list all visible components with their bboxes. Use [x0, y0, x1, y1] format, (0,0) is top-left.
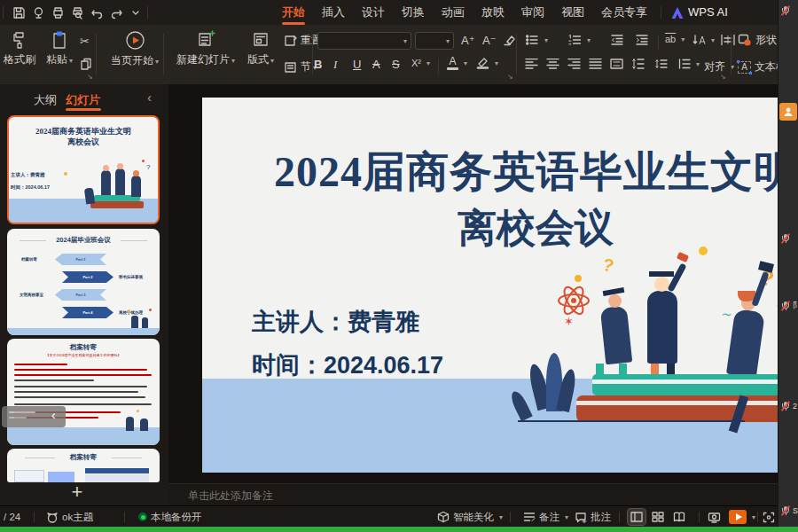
shapes-button[interactable]: 形状▾ [736, 32, 784, 49]
notes-bar[interactable]: 单击此处添加备注 [168, 483, 778, 506]
cut-button[interactable]: ✂ [78, 34, 91, 49]
print-button[interactable] [50, 4, 66, 20]
normal-view-button[interactable] [628, 509, 645, 525]
books-illustration [592, 374, 778, 395]
graduate-cap [758, 261, 774, 273]
play-from-current-button[interactable]: 当页开始▾ [103, 28, 167, 70]
theme-button[interactable]: ok主题 [46, 506, 93, 528]
slide-time-text[interactable]: 时间：2024.06.17 [252, 349, 443, 381]
reading-view-button[interactable] [670, 509, 688, 525]
layout-button[interactable]: 版式▾ [238, 28, 284, 69]
participant-avatar-tile[interactable] [779, 103, 797, 121]
tab-view[interactable]: 视图 [561, 0, 584, 25]
indent-icon [635, 34, 649, 46]
tab-transition[interactable]: 切换 [402, 0, 425, 25]
print-preview-button[interactable] [69, 4, 85, 20]
tab-animation[interactable]: 动画 [442, 0, 465, 25]
numbered-list-button[interactable]: ▾ [566, 33, 592, 47]
char-strike-button[interactable]: A [371, 57, 382, 72]
slide-title-line2[interactable]: 离校会议 [202, 202, 778, 254]
text-direction-button[interactable]: ab▾ [663, 33, 686, 45]
justify-button[interactable] [587, 58, 604, 70]
distribute-button[interactable] [608, 58, 625, 70]
slide-speaker-text[interactable]: 主讲人：费青雅 [252, 306, 419, 338]
tab-home[interactable]: 开始 [282, 0, 305, 25]
slide-editor[interactable]: 2024届商务英语毕业生文明 离校会议 主讲人：费青雅 时间：2024.06.1… [202, 98, 778, 473]
slide-thumbnail-3[interactable]: 档案转寄 【关于2024届毕业生档案信息转递工作的通知】 [7, 339, 160, 445]
strikethrough-button[interactable]: S [390, 57, 402, 72]
play-slideshow-button[interactable]: ▾ [729, 506, 755, 528]
tab-outline[interactable]: 大纲 [34, 92, 57, 108]
tab-slides[interactable]: 幻灯片 [66, 92, 100, 108]
meeting-participant-strip[interactable]: 阝 2 S [778, 0, 798, 527]
align-left-button[interactable] [523, 58, 540, 70]
line-spacing-menu-button[interactable]: ▾ [676, 58, 701, 70]
slide-thumbnail-2[interactable]: 2024届毕业班会议 Part 1 档案转寄 Part 2 图书归还事项 Par… [7, 229, 160, 335]
graduate-figure [600, 306, 633, 365]
paragraph-group-expander[interactable]: ↘ [720, 73, 726, 81]
bold-button[interactable]: B [312, 57, 324, 72]
participant-row: 2 [780, 401, 798, 411]
backup-status[interactable]: 本地备份开 [138, 506, 202, 528]
font-color-button[interactable]: A ▾ [445, 55, 469, 71]
italic-button[interactable]: I [332, 57, 339, 73]
add-slide-button[interactable]: + [64, 481, 90, 505]
focus-icon [763, 512, 775, 523]
tooltip-mark [9, 417, 27, 419]
notes-button[interactable]: 备注▾ [523, 506, 568, 528]
increase-font-button[interactable]: A⁺ [459, 33, 477, 48]
slide-thumbnail-4[interactable]: 档案转寄 [7, 449, 160, 482]
align-center-button[interactable] [544, 58, 561, 70]
underline-button[interactable]: U [351, 57, 363, 72]
decrease-indent-button[interactable] [608, 33, 626, 47]
quickbar-more-button[interactable] [128, 4, 144, 20]
copy-button[interactable] [78, 57, 94, 72]
redo-button[interactable] [108, 4, 124, 20]
line-spacing-decrease-button[interactable] [653, 58, 669, 70]
tab-review[interactable]: 审阅 [521, 0, 544, 25]
theme-label: ok主题 [62, 511, 93, 524]
format-painter-button[interactable]: 格式刷 [0, 28, 41, 69]
increase-indent-button[interactable] [633, 33, 651, 47]
grid-view-button[interactable] [649, 509, 667, 525]
save-button[interactable] [11, 4, 27, 20]
superscript-button[interactable]: X²▾ [410, 57, 432, 69]
clipboard-group-expander[interactable]: ↘ [87, 73, 93, 81]
share-button[interactable] [30, 4, 46, 20]
focus-mode-button[interactable] [763, 506, 775, 528]
align-right-button[interactable] [566, 58, 583, 70]
undo-button[interactable] [89, 4, 105, 20]
line-spacing-increase-button[interactable] [630, 58, 646, 70]
font-family-select[interactable]: ▾ [317, 32, 411, 50]
tab-design[interactable]: 设计 [362, 0, 385, 25]
wps-ai-label: WPS AI [688, 0, 728, 25]
prev-arrow-icon[interactable]: ‹ [51, 408, 56, 422]
wps-ai-button[interactable]: WPS AI [671, 0, 728, 25]
page-indicator: / 24 [4, 506, 20, 528]
tab-insert[interactable]: 插入 [322, 0, 345, 25]
comment-button[interactable]: 批注 [575, 506, 611, 528]
mic-muted-icon [780, 401, 791, 411]
font-group-expander[interactable]: ↘ [507, 73, 513, 81]
tab-slideshow[interactable]: 放映 [481, 0, 505, 25]
cast-button[interactable] [708, 506, 721, 528]
font-size-select[interactable]: ▾ [415, 32, 454, 50]
slide-nav-tooltip[interactable]: ‹ [2, 406, 66, 427]
highlight-button[interactable]: ▾ [473, 55, 500, 71]
decrease-font-button[interactable]: A⁻ [481, 33, 498, 48]
smart-beautify-button[interactable]: 智能美化▾ [437, 506, 503, 528]
clear-format-button[interactable] [500, 33, 518, 47]
text-orientation-button[interactable]: ▾ [690, 33, 716, 47]
align-text-button[interactable] [718, 33, 738, 47]
paste-button[interactable]: 粘贴▾ [37, 28, 82, 69]
divider [34, 512, 35, 522]
graduate-figure [647, 291, 677, 364]
notes-placeholder[interactable]: 单击此处添加备注 [188, 489, 273, 504]
slide-title-line1[interactable]: 2024届商务英语毕业生文明 [202, 144, 778, 200]
bullet-list-button[interactable]: ▾ [523, 33, 550, 47]
tab-member[interactable]: 会员专享 [601, 0, 647, 25]
slide-thumbnail-1[interactable]: 2024届商务英语毕业生文明离校会议 主讲人：费青雅 时间：2024.06.17… [7, 115, 160, 224]
new-slide-button[interactable]: 新建幻灯片▾ [168, 28, 243, 69]
collapse-panel-button[interactable]: ‹ [147, 90, 152, 105]
divider [516, 34, 517, 74]
